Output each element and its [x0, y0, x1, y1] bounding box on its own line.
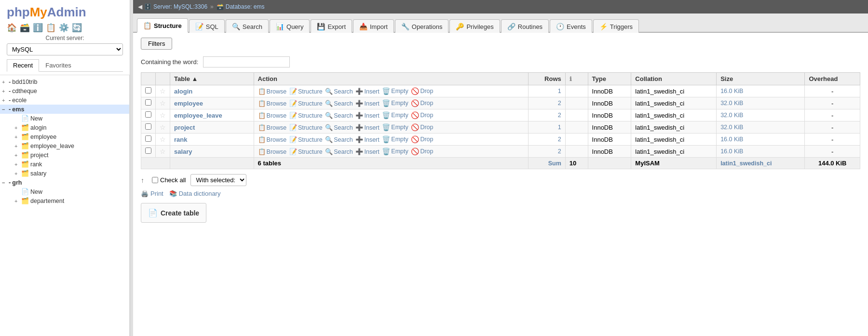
tree-item-ems[interactable]: − - ems — [0, 105, 129, 114]
copy-icon[interactable]: 📋 — [46, 23, 56, 33]
insert-employee_leave[interactable]: ➕ Insert — [355, 112, 379, 119]
search-employee_leave[interactable]: 🔍 Search — [325, 112, 353, 119]
toggle-ems-employee-leave[interactable]: + — [14, 143, 21, 149]
table-link-rank[interactable]: rank — [174, 136, 187, 143]
browse-salary[interactable]: 📋 Browse — [258, 148, 287, 155]
filters-button[interactable]: Filters — [141, 38, 172, 50]
drop-rank[interactable]: 🚫 Drop — [411, 135, 433, 143]
empty-project[interactable]: 🗑️ Empty — [382, 123, 408, 131]
tree-item-ecole[interactable]: + - ecole — [0, 95, 129, 105]
create-table-button[interactable]: 📄 Create table — [148, 208, 199, 217]
table-link-salary[interactable]: salary — [174, 148, 192, 155]
structure-rank[interactable]: 📝 Structure — [289, 136, 323, 143]
home-icon[interactable]: 🏠 — [7, 23, 17, 33]
toggle-bdd10trib[interactable]: + — [2, 79, 9, 85]
database-icon[interactable]: 🗃️ — [20, 23, 30, 33]
table-link-employee[interactable]: employee — [174, 100, 203, 107]
breadcrumb-database[interactable]: Database: ems — [226, 3, 265, 10]
structure-salary[interactable]: 📝 Structure — [289, 148, 323, 155]
refresh-icon[interactable]: 🔄 — [72, 23, 82, 33]
filter-input[interactable] — [203, 56, 290, 67]
tab-query[interactable]: 📊 Query — [270, 19, 310, 33]
rows-info-icon[interactable]: ℹ — [570, 76, 572, 82]
col-table-header[interactable]: Table ▲ — [170, 73, 254, 85]
fav-icon-rank[interactable]: ☆ — [160, 135, 166, 143]
tab-structure[interactable]: 📋 Structure — [137, 18, 188, 33]
col-rows-header[interactable]: Rows — [528, 73, 565, 85]
structure-employee[interactable]: 📝 Structure — [289, 100, 323, 107]
tree-item-grh-departement[interactable]: + 🗂️ departement — [0, 196, 129, 205]
data-dict-link[interactable]: 📚 Data dictionary — [169, 190, 221, 197]
tab-operations[interactable]: 🔧 Operations — [395, 19, 449, 33]
search-project[interactable]: 🔍 Search — [325, 124, 353, 131]
empty-employee[interactable]: 🗑️ Empty — [382, 99, 408, 107]
search-employee[interactable]: 🔍 Search — [325, 100, 353, 107]
empty-salary[interactable]: 🗑️ Empty — [382, 148, 408, 155]
print-link[interactable]: 🖨️ Print — [141, 190, 163, 197]
tab-routines[interactable]: 🔗 Routines — [501, 19, 549, 33]
tree-item-ems-employee_leave[interactable]: + 🗂️ employee_leave — [0, 141, 129, 150]
toggle-ecole[interactable]: + — [2, 97, 9, 103]
tab-recent[interactable]: Recent — [7, 59, 39, 72]
browse-employee_leave[interactable]: 📋 Browse — [258, 112, 287, 119]
structure-project[interactable]: 📝 Structure — [289, 124, 323, 131]
table-link-project[interactable]: project — [174, 124, 195, 131]
tab-sql[interactable]: 📝 SQL — [189, 19, 225, 33]
tree-item-ems-project[interactable]: + 🗂️ project — [0, 150, 129, 160]
toggle-ems[interactable]: − — [2, 107, 9, 112]
tab-triggers[interactable]: ⚡ Triggers — [593, 19, 639, 33]
search-rank[interactable]: 🔍 Search — [325, 136, 353, 143]
fav-icon-employee_leave[interactable]: ☆ — [160, 111, 166, 119]
tree-item-grh-new[interactable]: 📄 New — [0, 187, 129, 196]
insert-alogin[interactable]: ➕ Insert — [355, 88, 379, 95]
toggle-grh-departement[interactable]: + — [14, 198, 21, 204]
insert-employee[interactable]: ➕ Insert — [355, 100, 379, 107]
structure-alogin[interactable]: 📝 Structure — [289, 88, 323, 95]
toggle-ems-salary[interactable]: + — [14, 171, 21, 176]
tab-export[interactable]: 💾 Export — [311, 19, 352, 33]
insert-rank[interactable]: ➕ Insert — [355, 136, 379, 143]
tab-events[interactable]: 🕐 Events — [550, 19, 592, 33]
search-alogin[interactable]: 🔍 Search — [325, 88, 353, 95]
browse-rank[interactable]: 📋 Browse — [258, 136, 287, 143]
browse-employee[interactable]: 📋 Browse — [258, 100, 287, 107]
browse-project[interactable]: 📋 Browse — [258, 124, 287, 131]
empty-alogin[interactable]: 🗑️ Empty — [382, 87, 408, 95]
fav-icon-employee[interactable]: ☆ — [160, 99, 166, 107]
tab-import[interactable]: 📥 Import — [353, 19, 394, 33]
drop-employee[interactable]: 🚫 Drop — [411, 99, 433, 107]
check-all-label[interactable]: Check all — [152, 176, 186, 184]
table-link-employee_leave[interactable]: employee_leave — [174, 112, 222, 119]
checkbox-employee_leave[interactable] — [145, 111, 151, 118]
toggle-ems-employee[interactable]: + — [14, 134, 21, 140]
empty-rank[interactable]: 🗑️ Empty — [382, 135, 408, 143]
insert-project[interactable]: ➕ Insert — [355, 124, 379, 131]
tree-item-ems-new[interactable]: 📄 New — [0, 114, 129, 123]
tree-item-cdtheque[interactable]: + - cdtheque — [0, 86, 129, 95]
drop-employee_leave[interactable]: 🚫 Drop — [411, 111, 433, 119]
tab-privileges[interactable]: 🔑 Privileges — [449, 19, 500, 33]
toggle-cdtheque[interactable]: + — [2, 88, 9, 94]
tree-item-ems-alogin[interactable]: + 🗂️ alogin — [0, 123, 129, 132]
toggle-ems-project[interactable]: + — [14, 152, 21, 158]
drop-alogin[interactable]: 🚫 Drop — [411, 87, 433, 95]
breadcrumb-server[interactable]: Server: MySQL:3306 — [153, 3, 207, 10]
with-selected-select[interactable]: With selected: Browse Drop Empty Print v… — [190, 174, 246, 186]
settings-icon[interactable]: ⚙️ — [59, 23, 69, 33]
fav-icon-alogin[interactable]: ☆ — [160, 87, 166, 95]
checkbox-alogin[interactable] — [145, 87, 151, 94]
server-select[interactable]: MySQL — [7, 43, 123, 55]
tab-favorites[interactable]: Favorites — [39, 59, 77, 71]
toggle-ems-alogin[interactable]: + — [14, 125, 21, 131]
checkbox-project[interactable] — [145, 123, 151, 130]
tree-item-ems-salary[interactable]: + 🗂️ salary — [0, 169, 129, 178]
checkbox-salary[interactable] — [145, 148, 151, 154]
tree-item-grh[interactable]: − - grh — [0, 178, 129, 187]
browse-alogin[interactable]: 📋 Browse — [258, 88, 287, 95]
fav-icon-project[interactable]: ☆ — [160, 123, 166, 131]
tree-item-ems-employee[interactable]: + 🗂️ employee — [0, 132, 129, 141]
search-salary[interactable]: 🔍 Search — [325, 148, 353, 155]
empty-employee_leave[interactable]: 🗑️ Empty — [382, 111, 408, 119]
structure-employee_leave[interactable]: 📝 Structure — [289, 112, 323, 119]
table-link-alogin[interactable]: alogin — [174, 88, 192, 95]
